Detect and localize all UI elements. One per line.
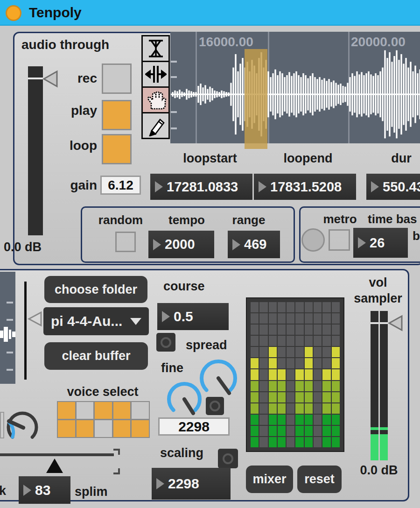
- matrix-cell[interactable]: [332, 403, 340, 414]
- loopstart-numbox[interactable]: 17281.0833: [150, 174, 252, 200]
- matrix-cell[interactable]: [278, 437, 286, 447]
- matrix-cell[interactable]: [314, 415, 322, 425]
- scaling-button[interactable]: [218, 449, 238, 468]
- dur-numbox[interactable]: 550.43: [366, 174, 420, 200]
- voice-toggle[interactable]: [131, 419, 150, 438]
- matrix-cell[interactable]: [314, 347, 322, 357]
- matrix-cell[interactable]: [305, 358, 313, 368]
- matrix-cell[interactable]: [314, 426, 322, 436]
- matrix-cell[interactable]: [322, 437, 330, 447]
- matrix-cell[interactable]: [305, 369, 313, 380]
- matrix-cell[interactable]: [322, 381, 330, 391]
- matrix-cell[interactable]: [314, 437, 322, 447]
- matrix-cell[interactable]: [278, 392, 286, 402]
- matrix-cell[interactable]: [251, 336, 259, 346]
- matrix-cell[interactable]: [305, 325, 313, 335]
- splim-slider-handle[interactable]: [46, 459, 63, 473]
- matrix-cell[interactable]: [295, 415, 303, 425]
- matrix-cell[interactable]: [305, 302, 313, 312]
- clear-buffer-button[interactable]: clear buffer: [44, 342, 148, 370]
- gain-value-box[interactable]: 6.12: [100, 176, 141, 195]
- matrix-cell[interactable]: [259, 347, 267, 357]
- matrix-cell[interactable]: [269, 358, 277, 368]
- matrix-cell[interactable]: [251, 437, 259, 447]
- matrix-cell[interactable]: [332, 313, 340, 324]
- select-tool-icon[interactable]: [141, 35, 170, 62]
- matrix-cell[interactable]: [322, 336, 330, 346]
- matrix-cell[interactable]: [295, 313, 303, 324]
- vol-meter-handle[interactable]: [387, 315, 403, 332]
- matrix-cell[interactable]: [287, 302, 294, 312]
- matrix-cell[interactable]: [259, 381, 267, 391]
- matrix-cell[interactable]: [269, 392, 277, 402]
- matrix-cell[interactable]: [278, 336, 286, 346]
- spread-button[interactable]: [156, 333, 175, 352]
- matrix-cell[interactable]: [251, 302, 259, 312]
- matrix-cell[interactable]: [305, 415, 313, 425]
- matrix-cell[interactable]: [332, 392, 340, 402]
- matrix-cell[interactable]: [314, 313, 322, 324]
- matrix-cell[interactable]: [259, 302, 267, 312]
- matrix-cell[interactable]: [287, 325, 294, 335]
- matrix-cell[interactable]: [305, 381, 313, 391]
- window-button-icon[interactable]: [6, 5, 21, 21]
- matrix-cell[interactable]: [322, 325, 330, 335]
- matrix-cell[interactable]: [278, 347, 286, 357]
- matrix-cell[interactable]: [322, 358, 330, 368]
- buffer-slider-handle[interactable]: [27, 311, 42, 327]
- matrix-cell[interactable]: [251, 426, 259, 436]
- matrix-cell[interactable]: [259, 392, 267, 402]
- voice-toggle[interactable]: [57, 401, 76, 420]
- matrix-cell[interactable]: [314, 392, 322, 402]
- matrix-cell[interactable]: [259, 369, 267, 380]
- matrix-cell[interactable]: [305, 437, 313, 447]
- matrix-cell[interactable]: [314, 336, 322, 346]
- matrix-cell[interactable]: [269, 437, 277, 447]
- matrix-cell[interactable]: [305, 347, 313, 357]
- matrix-cell[interactable]: [314, 302, 322, 312]
- voice-toggle[interactable]: [76, 419, 95, 438]
- matrix-cell[interactable]: [332, 325, 340, 335]
- matrix-cell[interactable]: [278, 302, 286, 312]
- matrix-cell[interactable]: [305, 313, 313, 324]
- timebase-numbox[interactable]: 26: [353, 228, 408, 258]
- matrix-cell[interactable]: [287, 336, 294, 346]
- matrix-cell[interactable]: [295, 347, 303, 357]
- matrix-cell[interactable]: [287, 403, 294, 414]
- matrix-cell[interactable]: [269, 313, 277, 324]
- matrix-cell[interactable]: [251, 313, 259, 324]
- matrix-cell[interactable]: [287, 426, 294, 436]
- scaling-numbox[interactable]: 2298: [152, 468, 231, 500]
- matrix-cell[interactable]: [322, 347, 330, 357]
- matrix-cell[interactable]: [295, 369, 303, 380]
- matrix-cell[interactable]: [287, 392, 294, 402]
- matrix-cell[interactable]: [322, 426, 330, 436]
- matrix-cell[interactable]: [314, 358, 322, 368]
- matrix-cell[interactable]: [251, 347, 259, 357]
- mixer-button[interactable]: mixer: [246, 466, 293, 493]
- gain-fader[interactable]: [28, 66, 43, 235]
- matrix-cell[interactable]: [322, 415, 330, 425]
- voice-toggle[interactable]: [112, 419, 132, 438]
- matrix-cell[interactable]: [305, 403, 313, 414]
- matrix-cell[interactable]: [322, 369, 330, 380]
- loopend-numbox[interactable]: 17831.5208: [254, 174, 356, 200]
- matrix-cell[interactable]: [314, 369, 322, 380]
- matrix-cell[interactable]: [332, 437, 340, 447]
- fine-knob-lower[interactable]: [164, 379, 204, 419]
- waveform-selection[interactable]: [245, 49, 267, 149]
- matrix-cell[interactable]: [278, 325, 286, 335]
- random-checkbox[interactable]: [115, 232, 136, 252]
- voice-toggle[interactable]: [94, 419, 113, 438]
- matrix-cell[interactable]: [332, 426, 340, 436]
- matrix-cell[interactable]: [269, 369, 277, 380]
- course-numbox[interactable]: 0.5: [157, 303, 229, 330]
- matrix-cell[interactable]: [251, 358, 259, 368]
- hand-tool-icon[interactable]: [141, 86, 170, 113]
- matrix-cell[interactable]: [259, 336, 267, 346]
- matrix-cell[interactable]: [259, 437, 267, 447]
- matrix-cell[interactable]: [278, 358, 286, 368]
- matrix-cell[interactable]: [251, 369, 259, 380]
- matrix-cell[interactable]: [259, 403, 267, 414]
- matrix-cell[interactable]: [287, 358, 294, 368]
